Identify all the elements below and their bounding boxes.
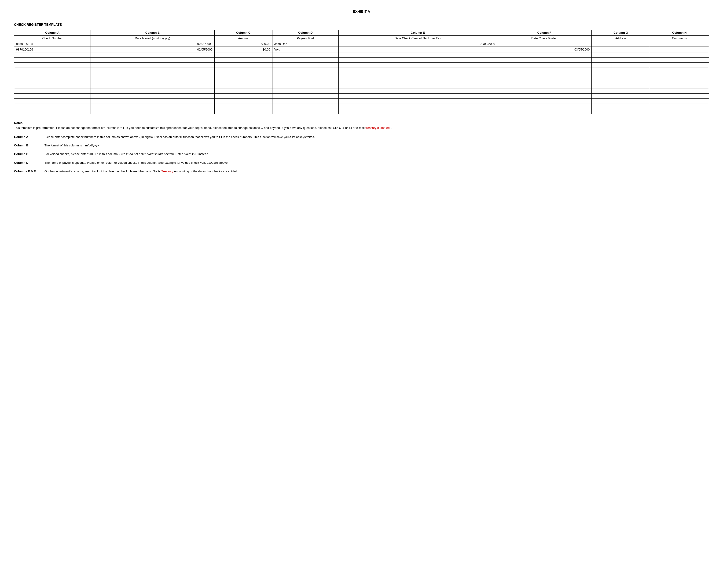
sub-col-g: Address	[592, 36, 650, 41]
sub-col-c: Amount	[215, 36, 272, 41]
empty-row	[14, 88, 709, 93]
note-col-a: Column A Please enter complete check num…	[14, 135, 709, 140]
col-f-header: Column F	[497, 30, 592, 36]
empty-row	[14, 68, 709, 73]
note-col-c-italic: Please do not enter "void" in this colum…	[119, 152, 174, 156]
empty-row	[14, 63, 709, 68]
note-col-b: Column B The format of this column is mm…	[14, 143, 709, 148]
note-col-c-desc: For voided checks, please enter "$0.00" …	[44, 152, 709, 157]
empty-row	[14, 93, 709, 99]
note-col-d-desc: The name of payee is optional. Please en…	[44, 161, 709, 165]
col-d-header: Column D	[272, 30, 338, 36]
page-title: EXHIBIT A	[14, 9, 709, 13]
note-col-a-desc: Please enter complete check numbers in t…	[44, 135, 709, 140]
cell-col_d: John Doe	[272, 41, 338, 47]
sub-col-a: Check Number	[14, 36, 91, 41]
notes-email[interactable]: treasury@umn.edu	[365, 126, 391, 130]
sub-header-row: Check Number Date Issued (mm/dd/yyyy) Am…	[14, 36, 709, 41]
col-h-header: Column H	[650, 30, 709, 36]
notes-intro: This template is pre-formatted. Please d…	[14, 126, 709, 130]
cell-col_h	[650, 41, 709, 47]
sub-col-f: Date Check Voided	[497, 36, 592, 41]
empty-row	[14, 73, 709, 78]
col-a-header: Column A	[14, 30, 91, 36]
cell-col_a: 9870100105	[14, 41, 91, 47]
cell-col_e: 02/03/2000	[339, 41, 497, 47]
cell-col_g	[592, 47, 650, 52]
empty-row	[14, 104, 709, 109]
note-col-ef-label: Columns E & F	[14, 169, 44, 174]
notes-title: Notes:	[14, 121, 709, 126]
cell-col_f	[497, 41, 592, 47]
table-row: 987010010602/05/2000$0.00Void03/05/2000	[14, 47, 709, 52]
cell-col_d: Void	[272, 47, 338, 52]
empty-row	[14, 99, 709, 104]
cell-col_c: $20.00	[215, 41, 272, 47]
note-col-d: Column D The name of payee is optional. …	[14, 161, 709, 165]
notes-section: Notes: This template is pre-formatted. P…	[14, 121, 709, 174]
cell-col_f: 03/05/2000	[497, 47, 592, 52]
col-g-header: Column G	[592, 30, 650, 36]
table-row: 987010010502/01/2000$20.00John Doe02/03/…	[14, 41, 709, 47]
cell-col_b: 02/05/2000	[91, 47, 215, 52]
empty-row	[14, 52, 709, 58]
empty-row	[14, 78, 709, 83]
empty-row	[14, 109, 709, 114]
note-col-a-label: Column A	[14, 135, 44, 140]
note-col-d-label: Column D	[14, 161, 44, 165]
cell-col_h	[650, 47, 709, 52]
col-e-header: Column E	[339, 30, 497, 36]
note-col-ef: Columns E & F On the department's record…	[14, 169, 709, 174]
column-header-row: Column A Column B Column C Column D Colu…	[14, 30, 709, 36]
col-c-header: Column C	[215, 30, 272, 36]
sub-col-h: Comments	[650, 36, 709, 41]
sub-col-b: Date Issued (mm/dd/yyyy)	[91, 36, 215, 41]
cell-col_c: $0.00	[215, 47, 272, 52]
note-col-c-label: Column C	[14, 152, 44, 157]
empty-row	[14, 58, 709, 63]
note-col-b-desc: The format of this column is mm/dd/yyyy.	[44, 143, 709, 148]
note-col-ef-desc: On the department's records, keep track …	[44, 169, 709, 174]
sub-col-d: Payee / Void	[272, 36, 338, 41]
cell-col_g	[592, 41, 650, 47]
cell-col_a: 9870100106	[14, 47, 91, 52]
section-title: CHECK REGISTER TEMPLATE	[14, 23, 709, 26]
col-b-header: Column B	[91, 30, 215, 36]
note-col-c: Column C For voided checks, please enter…	[14, 152, 709, 157]
empty-row	[14, 83, 709, 88]
cell-col_e	[339, 47, 497, 52]
cell-col_b: 02/01/2000	[91, 41, 215, 47]
note-col-b-label: Column B	[14, 143, 44, 148]
sub-col-e: Date Check Cleared Bank per Fax	[339, 36, 497, 41]
check-register-table: Column A Column B Column C Column D Colu…	[14, 30, 709, 114]
